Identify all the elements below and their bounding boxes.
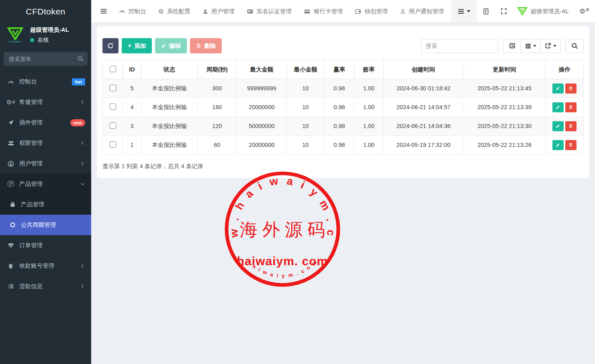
column-header: 赔率: [354, 60, 383, 79]
nav-item-wallets[interactable]: 钱包管理: [349, 0, 394, 22]
trash-icon: [568, 86, 573, 91]
sidebar-item-users[interactable]: 用户管理: [0, 153, 91, 174]
sidebar-subitem-product-manage[interactable]: 产品管理: [0, 194, 91, 215]
column-header: 操作: [545, 60, 583, 79]
caret-down-icon: [533, 45, 536, 47]
table-row: 3 本金按比例输 120 50000000 10 0.98 1.00 2024-…: [103, 117, 584, 136]
trash-icon: [568, 105, 573, 110]
chevron-left-icon: [80, 140, 85, 146]
logo-caption: TITANFX: [6, 41, 25, 43]
table-view-buttons: [503, 39, 561, 53]
nav-item-user-notifications[interactable]: ⚓ 用户通知管理: [394, 0, 450, 22]
row-checkbox[interactable]: [110, 122, 116, 129]
row-delete-button[interactable]: [565, 121, 577, 131]
pagination-summary: 显示第 1 到第 4 条记录，总共 4 条记录: [102, 163, 584, 170]
sidebar-item-orders[interactable]: 订单管理: [0, 235, 91, 256]
nav-item-realname-auth[interactable]: 实名认证管理: [241, 0, 298, 22]
sidebar-item-label: 权限管理: [19, 139, 43, 147]
plus-icon: +: [128, 42, 131, 49]
table-search-input[interactable]: [421, 39, 498, 53]
sidebar-item-products[interactable]: Ⓟ 产品管理: [0, 174, 91, 194]
pencil-icon: [556, 105, 560, 110]
nav-item-label: 系统配置: [167, 8, 190, 15]
sidebar-item-label: 常规管理: [19, 98, 43, 106]
row-delete-button[interactable]: [565, 140, 577, 150]
chevron-down-icon: [80, 181, 85, 187]
sidebar-item-plugins[interactable]: 插件管理 new: [0, 112, 91, 133]
detail-view-button[interactable]: [503, 39, 521, 53]
sidebar-item-label: 控制台: [19, 78, 37, 85]
log-icon[interactable]: [477, 8, 495, 15]
nav-user[interactable]: 超级管理员-AL: [513, 7, 574, 15]
table-row: 4 本金按比例输 180 20000000 10 0.98 1.00 2024-…: [103, 98, 584, 117]
sidebar-item-dashboard[interactable]: 控制台 hot: [0, 71, 91, 92]
sidebar-subitem-public-period[interactable]: 公共周期管理: [0, 215, 91, 235]
sidebar-item-label: 公共周期管理: [21, 221, 56, 229]
row-delete-button[interactable]: [565, 102, 577, 112]
nav-item-label: 实名认证管理: [257, 8, 292, 15]
edit-button[interactable]: 编辑: [155, 38, 187, 53]
row-checkbox[interactable]: [110, 85, 116, 91]
export-button[interactable]: [541, 39, 561, 53]
sidebar-item-label: 产品管理: [21, 201, 44, 208]
columns-button[interactable]: [521, 39, 541, 53]
sidebar-item-permissions[interactable]: 权限管理: [0, 133, 91, 153]
sidebar-item-payment-accounts[interactable]: ฿ 收款账号管理: [0, 256, 91, 276]
table-header-row: ID 状态 周期(秒) 最大金额 最小金额 赢率 赔率 创建时间 更新时间 操作: [103, 60, 584, 79]
row-edit-button[interactable]: [552, 83, 564, 94]
sidebar-item-label: 插件管理: [19, 119, 43, 126]
select-all-checkbox[interactable]: [110, 66, 116, 72]
refresh-button[interactable]: [102, 38, 119, 53]
sidebar-item-loan-info[interactable]: 贷款信息: [0, 276, 91, 297]
nav-item-bank-cards[interactable]: 银行卡管理: [298, 0, 349, 22]
anchor-icon: ⚓: [400, 8, 405, 15]
column-header: 赢率: [324, 60, 354, 79]
row-edit-button[interactable]: [552, 121, 564, 131]
search-submit-button[interactable]: [566, 39, 584, 53]
nav-item-label: 银行卡管理: [314, 8, 343, 15]
search-icon: [571, 43, 578, 49]
online-dot-icon: [30, 38, 34, 42]
nav-menu-toggle-button[interactable]: [451, 0, 477, 22]
select-all-cell: [103, 60, 123, 79]
navbar-right: 超级管理员-AL ⚙⚙: [451, 0, 595, 22]
add-button[interactable]: + 添加: [122, 38, 152, 53]
bitcoin-icon: ฿: [6, 262, 16, 270]
nav-item-system-config[interactable]: ⚙ 系统配置: [152, 0, 196, 22]
row-edit-button[interactable]: [552, 102, 564, 112]
trash-icon: [568, 142, 573, 147]
users-icon: [6, 140, 16, 146]
column-header: 状态: [141, 60, 198, 79]
row-edit-button[interactable]: [552, 140, 564, 150]
delete-button[interactable]: 删除: [190, 38, 222, 53]
sidebar-search-input[interactable]: [4, 52, 88, 66]
row-delete-button[interactable]: [565, 83, 577, 94]
nav-item-user-manage[interactable]: 用户管理: [196, 0, 241, 22]
credit-card-icon: [304, 8, 311, 14]
sidebar-menu: 控制台 hot ⚙⚙ 常规管理 插件管理 new 权限管理: [0, 71, 91, 297]
settings-cogs-icon[interactable]: ⚙⚙: [574, 7, 595, 16]
online-label: 在线: [38, 37, 49, 44]
fullscreen-icon[interactable]: [495, 8, 513, 14]
hamburger-icon[interactable]: [100, 8, 107, 15]
nav-item-label: 用户管理: [211, 8, 235, 15]
column-header: ID: [123, 60, 141, 79]
row-checkbox[interactable]: [110, 141, 116, 148]
user-name: 超级管理员-AL: [30, 26, 69, 34]
chevron-left-icon: [80, 161, 85, 166]
sidebar-item-general[interactable]: ⚙⚙ 常规管理: [0, 92, 91, 112]
data-card: + 添加 编辑 删除: [97, 26, 589, 178]
data-table: ID 状态 周期(秒) 最大金额 最小金额 赢率 赔率 创建时间 更新时间 操作: [102, 60, 584, 155]
chevron-left-icon: [80, 100, 85, 105]
table-row: 1 本金按比例输 60 20000000 10 0.98 1.00 2024-0…: [103, 136, 584, 155]
id-card-icon: [247, 8, 254, 14]
nav-item-dashboard[interactable]: 控制台: [113, 0, 152, 22]
refresh-icon: [107, 43, 114, 49]
sidebar-item-label: 用户管理: [19, 160, 43, 167]
caret-down-icon: [467, 10, 470, 12]
row-checkbox[interactable]: [110, 104, 116, 110]
new-badge: new: [70, 119, 85, 126]
user-circle-icon: [6, 161, 16, 167]
user-icon: [202, 8, 208, 14]
heartbeat-icon: [6, 242, 16, 248]
